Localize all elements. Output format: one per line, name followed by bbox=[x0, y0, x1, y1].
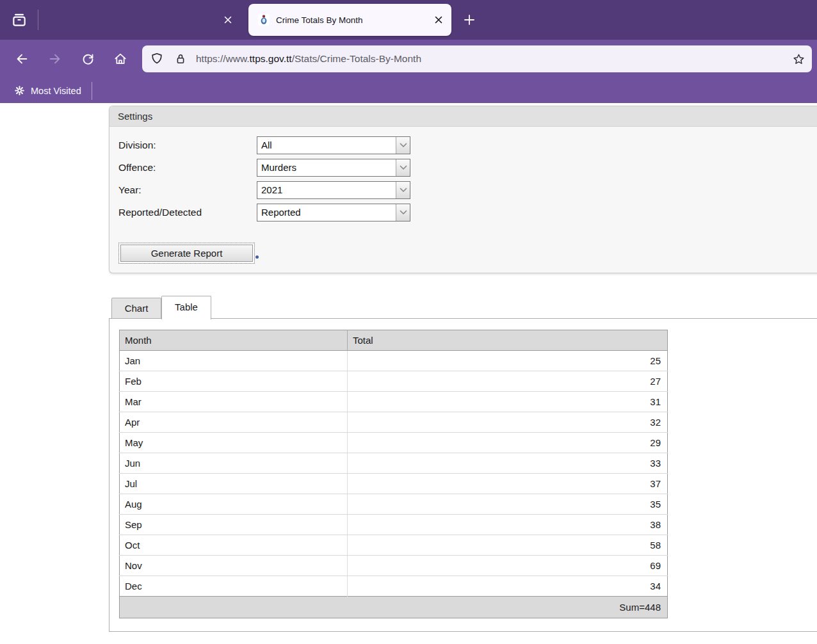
lock-icon[interactable] bbox=[174, 52, 187, 66]
generate-report-label: Generate Report bbox=[120, 245, 253, 262]
chevron-down-icon[interactable] bbox=[396, 137, 410, 154]
total-cell: 34 bbox=[348, 576, 668, 597]
chevron-down-icon[interactable] bbox=[396, 159, 410, 176]
shield-icon[interactable] bbox=[150, 52, 164, 66]
table-row: Mar31 bbox=[120, 392, 668, 412]
total-cell: 58 bbox=[348, 535, 668, 556]
bookmarks-separator bbox=[92, 82, 92, 100]
home-button[interactable] bbox=[109, 47, 132, 70]
bookmark-most-visited[interactable]: Most Visited bbox=[10, 83, 85, 99]
month-cell: Oct bbox=[120, 535, 348, 556]
year-select[interactable]: 2021 bbox=[257, 181, 410, 199]
table-row: Feb27 bbox=[120, 371, 668, 392]
new-tab-button[interactable] bbox=[458, 8, 481, 31]
table-row: Jun33 bbox=[120, 453, 668, 474]
url-path: /Stats/Crime-Totals-By-Month bbox=[292, 53, 421, 64]
site-favicon-icon bbox=[258, 14, 270, 26]
column-header-month[interactable]: Month bbox=[120, 330, 348, 351]
close-tab-icon[interactable] bbox=[219, 11, 237, 29]
division-value: All bbox=[257, 137, 396, 154]
tab-bar: Crime Totals By Month bbox=[0, 0, 817, 40]
forward-icon bbox=[48, 52, 62, 66]
total-cell: 25 bbox=[348, 351, 668, 371]
month-cell: Nov bbox=[120, 556, 348, 576]
page-content: Settings Division: All Offence: Murders … bbox=[0, 103, 817, 644]
reload-button[interactable] bbox=[76, 47, 99, 70]
total-cell: 38 bbox=[348, 515, 668, 535]
tab-chart[interactable]: Chart bbox=[111, 298, 161, 318]
navigation-toolbar: https://www.ttps.gov.tt/Stats/Crime-Tota… bbox=[0, 40, 817, 78]
table-row: Dec34 bbox=[120, 576, 668, 597]
reported-detected-select[interactable]: Reported bbox=[257, 204, 410, 221]
report-panel: Month Total Jan25 Feb27 Mar31 Apr32 May2… bbox=[109, 318, 817, 632]
month-cell: Jun bbox=[120, 453, 348, 474]
table-row: Aug35 bbox=[120, 494, 668, 515]
total-cell: 37 bbox=[348, 474, 668, 494]
offence-select[interactable]: Murders bbox=[257, 159, 410, 177]
table-row: Oct58 bbox=[120, 535, 668, 556]
month-cell: Sep bbox=[120, 515, 348, 535]
month-cell: Feb bbox=[120, 371, 348, 392]
division-label: Division: bbox=[118, 136, 156, 154]
division-select[interactable]: All bbox=[257, 136, 410, 154]
bookmark-label: Most Visited bbox=[31, 86, 81, 96]
plus-icon bbox=[464, 14, 475, 26]
settings-panel: Settings Division: All Offence: Murders … bbox=[109, 106, 817, 273]
offence-label: Offence: bbox=[118, 159, 156, 177]
close-tab-icon[interactable] bbox=[430, 11, 448, 29]
toolbar-separator bbox=[38, 10, 38, 30]
url-scheme: https://www. bbox=[196, 53, 250, 64]
tab-active[interactable]: Crime Totals By Month bbox=[248, 4, 451, 36]
tab-inactive[interactable] bbox=[41, 4, 241, 36]
month-cell: Mar bbox=[120, 392, 348, 412]
reload-icon bbox=[81, 52, 95, 66]
reported-detected-label: Reported/Detected bbox=[118, 204, 202, 221]
year-label: Year: bbox=[118, 181, 142, 199]
table-row: May29 bbox=[120, 433, 668, 453]
reported-detected-value: Reported bbox=[257, 204, 396, 221]
url-domain: ttps.gov.tt bbox=[250, 53, 292, 64]
firefox-view-button[interactable] bbox=[6, 7, 32, 33]
table-header-row: Month Total bbox=[120, 330, 668, 351]
url-text: https://www.ttps.gov.tt/Stats/Crime-Tota… bbox=[196, 53, 788, 65]
bookmark-star-button[interactable] bbox=[788, 48, 809, 70]
crime-totals-table: Month Total Jan25 Feb27 Mar31 Apr32 May2… bbox=[119, 330, 668, 618]
back-button[interactable] bbox=[10, 47, 33, 70]
total-cell: 31 bbox=[348, 392, 668, 412]
month-cell: Jul bbox=[120, 474, 348, 494]
loading-dot bbox=[255, 255, 259, 259]
tab-table[interactable]: Table bbox=[161, 296, 211, 319]
total-cell: 69 bbox=[348, 556, 668, 576]
back-icon bbox=[15, 52, 29, 66]
year-value: 2021 bbox=[257, 182, 396, 198]
total-cell: 29 bbox=[348, 433, 668, 453]
settings-title: Settings bbox=[118, 111, 152, 122]
column-header-total[interactable]: Total bbox=[348, 330, 668, 351]
table-footer-sum: Sum=448 bbox=[120, 597, 668, 618]
month-cell: May bbox=[120, 433, 348, 453]
table-row: Apr32 bbox=[120, 412, 668, 433]
home-icon bbox=[113, 52, 127, 66]
chevron-down-icon[interactable] bbox=[396, 182, 410, 198]
settings-header: Settings bbox=[109, 106, 817, 127]
settings-body: Division: All Offence: Murders Year: 202… bbox=[109, 127, 817, 273]
month-cell: Aug bbox=[120, 494, 348, 515]
table-row: Sep38 bbox=[120, 515, 668, 535]
table-footer-row: Sum=448 bbox=[120, 597, 668, 618]
url-bar[interactable]: https://www.ttps.gov.tt/Stats/Crime-Tota… bbox=[142, 45, 812, 72]
month-cell: Jan bbox=[120, 351, 348, 371]
total-cell: 27 bbox=[348, 371, 668, 392]
chevron-down-icon[interactable] bbox=[396, 204, 410, 221]
table-row: Nov69 bbox=[120, 556, 668, 576]
bookmarks-toolbar: Most Visited bbox=[0, 78, 817, 103]
star-icon bbox=[792, 52, 805, 66]
month-cell: Dec bbox=[120, 576, 348, 597]
forward-button[interactable] bbox=[44, 47, 67, 70]
total-cell: 32 bbox=[348, 412, 668, 433]
tab-title: Crime Totals By Month bbox=[276, 15, 430, 25]
offence-value: Murders bbox=[257, 159, 396, 176]
generate-report-button[interactable]: Generate Report bbox=[118, 243, 255, 264]
firefox-view-icon bbox=[11, 12, 28, 28]
gear-icon bbox=[14, 85, 25, 96]
total-cell: 33 bbox=[348, 453, 668, 474]
